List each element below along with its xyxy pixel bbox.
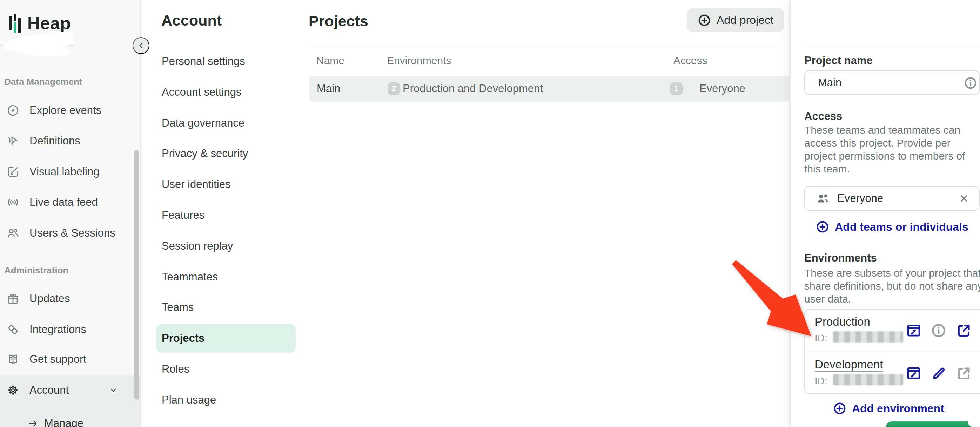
add-project-button[interactable]: Add project [687, 8, 784, 32]
nav-item-teammates[interactable]: Teammates [156, 263, 296, 291]
nav-item-data-governance[interactable]: Data governance [156, 109, 296, 137]
sidebar-item-explore-events[interactable]: Explore events [0, 95, 140, 126]
environments-heading: Environments [804, 252, 877, 264]
sidebar: Heap Data Management Explore events Defi… [0, 0, 141, 427]
environments-cell: Production and Development [402, 76, 543, 102]
sidebar-item-get-support[interactable]: Get support [0, 344, 140, 375]
nav-item-privacy-security[interactable]: Privacy & security [156, 139, 296, 168]
environment-name: Production [815, 315, 870, 329]
sidebar-item-label: Explore events [29, 104, 101, 117]
table-row-project-main[interactable]: Main 2 Production and Development 1 Ever… [309, 76, 791, 102]
account-nav-title: Account [161, 12, 222, 29]
edit-pencil-icon[interactable] [931, 365, 947, 381]
access-entry-label: Everyone [837, 192, 883, 205]
sidebar-item-label: Live data feed [29, 196, 98, 209]
cursor-icon [6, 134, 20, 148]
gear-icon [6, 384, 20, 397]
nav-item-personal-settings[interactable]: Personal settings [156, 47, 296, 76]
environment-id-redacted [833, 374, 903, 385]
external-link-icon[interactable] [956, 365, 972, 381]
sidebar-item-live-data-feed[interactable]: Live data feed [0, 187, 140, 218]
page-title: Projects [309, 13, 368, 30]
plus-circle-icon [833, 402, 847, 416]
environment-name[interactable]: Development [815, 358, 883, 371]
gift-icon [6, 292, 20, 305]
people-icon [6, 227, 20, 240]
project-name-field-wrap [804, 70, 980, 95]
environments-description: These are subsets of your project that s… [804, 267, 980, 305]
project-detail-panel: Project name Access These teams and team… [790, 0, 980, 427]
column-header-environments: Environments [387, 55, 451, 67]
add-teams-link[interactable]: Add teams or individuals [804, 220, 980, 234]
environment-row-development: Development ID: [805, 352, 980, 394]
access-entry-everyone: Everyone [804, 186, 980, 211]
add-teams-label: Add teams or individuals [835, 221, 969, 233]
section-label-administration: Administration [4, 265, 68, 276]
environments-list: Production ID: [804, 309, 980, 394]
heap-logo[interactable]: Heap [9, 13, 71, 34]
sidebar-item-account[interactable]: Account [0, 375, 140, 406]
window-arrow-icon[interactable] [906, 365, 922, 381]
external-link-icon[interactable] [956, 322, 972, 339]
sidebar-item-label: Integrations [29, 323, 86, 336]
project-name-label: Project name [804, 54, 873, 67]
nav-item-session-replay[interactable]: Session replay [156, 232, 296, 260]
panel-divider [805, 46, 980, 46]
environment-id-label: ID: [815, 333, 827, 344]
nav-item-account-settings[interactable]: Account settings [156, 78, 296, 106]
arrow-right-icon [27, 418, 38, 427]
environment-row-production: Production ID: [805, 310, 980, 352]
sidebar-item-label: Account [29, 384, 69, 397]
book-icon [6, 353, 20, 366]
add-environment-link[interactable]: Add environment [804, 402, 973, 416]
save-button-partial[interactable] [886, 421, 980, 427]
column-header-name: Name [317, 55, 344, 67]
plus-circle-icon [697, 13, 711, 27]
nav-item-teams[interactable]: Teams [156, 293, 296, 322]
sidebar-item-label: Users & Sessions [29, 227, 115, 240]
plus-circle-icon [816, 220, 829, 234]
heap-settings-page: Heap Data Management Explore events Defi… [0, 0, 980, 427]
table-header-divider [309, 46, 791, 46]
environment-id-redacted [833, 331, 903, 343]
project-name-input[interactable] [805, 71, 979, 94]
sidebar-item-definitions[interactable]: Definitions [0, 125, 140, 156]
sidebar-item-integrations[interactable]: Integrations [0, 314, 140, 345]
floating-card-corner [968, 416, 980, 427]
window-arrow-icon[interactable] [906, 322, 922, 339]
nav-item-user-identities[interactable]: User identities [156, 170, 296, 199]
links-icon [6, 323, 20, 336]
environments-count-badge: 2 [388, 83, 400, 95]
add-project-label: Add project [717, 14, 773, 27]
section-label-data-management: Data Management [4, 76, 83, 87]
heap-logo-icon [9, 14, 22, 33]
project-name-cell: Main [317, 76, 340, 102]
info-icon[interactable] [931, 322, 947, 339]
sidebar-subitem-manage[interactable]: Manage [0, 413, 140, 427]
access-cell: Everyone [699, 76, 745, 102]
edit-square-icon [6, 165, 20, 178]
sidebar-scrollbar-thumb[interactable] [134, 150, 139, 400]
sidebar-item-label: Visual labeling [29, 165, 99, 178]
sidebar-item-label: Updates [29, 292, 70, 305]
nav-item-features[interactable]: Features [156, 201, 296, 230]
chevron-left-icon [137, 42, 145, 49]
sidebar-item-label: Definitions [29, 135, 80, 147]
sidebar-item-visual-labeling[interactable]: Visual labeling [0, 156, 140, 187]
sidebar-item-users-sessions[interactable]: Users & Sessions [0, 218, 140, 249]
nav-item-roles[interactable]: Roles [156, 355, 296, 384]
sidebar-subitem-label: Manage [44, 417, 83, 427]
environment-id-label: ID: [815, 375, 827, 387]
sidebar-item-updates[interactable]: Updates [0, 283, 140, 314]
sidebar-collapse-button[interactable] [133, 37, 150, 54]
brand-name: Heap [27, 13, 71, 34]
close-icon[interactable] [959, 193, 969, 204]
sidebar-item-label: Get support [29, 353, 86, 366]
broadcast-icon [6, 195, 20, 209]
people-icon [816, 191, 830, 206]
info-icon[interactable] [964, 76, 978, 90]
column-header-access: Access [673, 55, 708, 67]
nav-item-plan-usage[interactable]: Plan usage [156, 386, 296, 414]
access-count-badge: 1 [670, 83, 682, 95]
nav-item-projects[interactable]: Projects [156, 324, 296, 353]
